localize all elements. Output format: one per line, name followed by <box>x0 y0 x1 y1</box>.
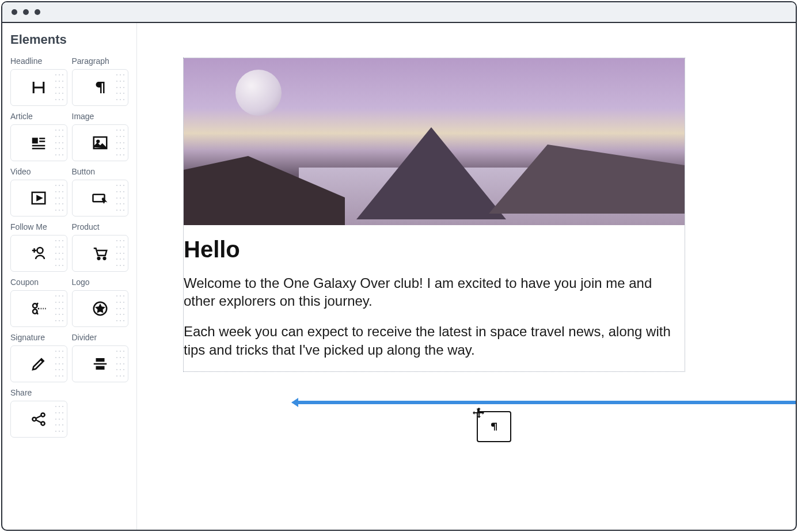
divider-icon <box>92 355 109 373</box>
email-paragraph[interactable]: Welcome to the One Galaxy Over club! I a… <box>184 274 685 310</box>
svg-rect-15 <box>96 358 104 362</box>
element-video[interactable]: Video <box>10 167 67 216</box>
element-label: Share <box>10 388 67 397</box>
element-coupon[interactable]: Coupon <box>10 278 67 327</box>
element-tile[interactable] <box>10 180 67 216</box>
element-tile[interactable] <box>10 69 67 106</box>
svg-point-10 <box>97 257 100 260</box>
svg-rect-16 <box>94 363 107 365</box>
drag-handle[interactable] <box>116 240 124 267</box>
element-tile[interactable] <box>10 345 67 382</box>
drag-handle[interactable] <box>55 351 63 377</box>
drop-indicator <box>297 401 796 404</box>
share-icon <box>30 411 47 428</box>
element-label: Article <box>10 112 67 121</box>
drag-handle[interactable] <box>55 74 63 101</box>
window-dot <box>35 9 40 15</box>
element-divider[interactable]: Divider <box>72 333 129 382</box>
element-image[interactable]: Image <box>72 112 129 161</box>
element-label: Follow Me <box>10 222 67 231</box>
svg-point-6 <box>97 140 99 143</box>
element-follow-me[interactable]: Follow Me <box>10 222 67 272</box>
element-article[interactable]: Article <box>10 112 67 161</box>
drag-handle[interactable] <box>55 130 63 156</box>
coupon-icon <box>30 300 47 317</box>
window-dot <box>12 9 17 15</box>
element-label: Image <box>72 112 129 121</box>
email-block[interactable]: Hello Welcome to the One Galaxy Over clu… <box>183 58 685 372</box>
element-tile[interactable] <box>72 290 129 327</box>
drag-handle[interactable] <box>116 185 124 211</box>
rock-graphic <box>184 156 345 225</box>
hero-image[interactable] <box>184 58 685 225</box>
element-tile[interactable] <box>72 124 129 161</box>
drag-handle[interactable] <box>55 185 63 211</box>
drag-handle[interactable] <box>55 406 63 432</box>
drag-handle[interactable] <box>55 295 63 322</box>
article-icon <box>30 134 47 151</box>
element-tile[interactable] <box>10 290 67 327</box>
element-button[interactable]: Button <box>72 167 129 216</box>
element-label: Signature <box>10 333 67 342</box>
drag-handle[interactable] <box>116 295 124 322</box>
element-tile[interactable] <box>10 235 67 272</box>
element-logo[interactable]: Logo <box>72 278 129 327</box>
element-tile[interactable] <box>72 69 129 106</box>
element-tile[interactable] <box>10 124 67 161</box>
elements-sidebar: Elements Headline Paragraph <box>2 23 137 530</box>
mountain-graphic <box>489 145 685 214</box>
logo-icon <box>92 300 109 317</box>
element-paragraph[interactable]: Paragraph <box>72 56 129 106</box>
drag-handle[interactable] <box>116 351 124 377</box>
moon-graphic <box>235 70 282 116</box>
dragging-element-ghost[interactable] <box>477 411 511 442</box>
product-icon <box>92 245 109 262</box>
element-label: Logo <box>72 278 129 287</box>
paragraph-icon <box>92 79 109 96</box>
paragraph-icon <box>488 421 500 432</box>
svg-rect-2 <box>40 140 45 142</box>
svg-rect-4 <box>32 148 45 150</box>
element-product[interactable]: Product <box>72 222 129 272</box>
svg-point-9 <box>37 248 43 253</box>
video-icon <box>30 189 47 207</box>
elements-grid: Headline Paragraph Article <box>10 56 128 438</box>
app-body: Elements Headline Paragraph <box>2 23 796 530</box>
window-dot <box>23 9 29 15</box>
svg-rect-17 <box>96 366 104 370</box>
follow-me-icon <box>30 245 47 262</box>
editor-canvas[interactable]: Hello Welcome to the One Galaxy Over clu… <box>137 23 796 530</box>
drag-handle[interactable] <box>116 74 124 101</box>
svg-point-11 <box>103 257 105 260</box>
element-tile[interactable] <box>72 180 129 216</box>
button-icon <box>92 189 109 207</box>
element-tile[interactable] <box>72 345 129 382</box>
element-label: Product <box>72 222 129 231</box>
app-window: Elements Headline Paragraph <box>1 1 797 531</box>
window-titlebar <box>2 2 796 23</box>
email-paragraph[interactable]: Each week you can expect to receive the … <box>184 322 685 358</box>
headline-icon <box>30 79 47 96</box>
image-icon <box>92 134 109 151</box>
email-content[interactable]: Hello Welcome to the One Galaxy Over clu… <box>184 225 685 359</box>
svg-rect-3 <box>32 145 45 147</box>
drag-handle[interactable] <box>55 240 63 267</box>
drag-handle[interactable] <box>116 130 124 156</box>
element-label: Headline <box>10 56 67 66</box>
email-headline[interactable]: Hello <box>184 237 685 263</box>
move-cursor-icon <box>472 406 486 420</box>
sidebar-title: Elements <box>10 32 128 47</box>
element-share[interactable]: Share <box>10 388 67 438</box>
element-tile[interactable] <box>10 401 67 438</box>
element-signature[interactable]: Signature <box>10 333 67 382</box>
svg-rect-1 <box>40 138 45 139</box>
element-label: Divider <box>72 333 129 342</box>
element-label: Button <box>72 167 129 176</box>
element-label: Paragraph <box>72 56 129 66</box>
svg-rect-0 <box>32 138 38 143</box>
element-label: Video <box>10 167 67 176</box>
element-label: Coupon <box>10 278 67 287</box>
signature-icon <box>30 355 47 373</box>
element-tile[interactable] <box>72 235 129 272</box>
element-headline[interactable]: Headline <box>10 56 67 106</box>
